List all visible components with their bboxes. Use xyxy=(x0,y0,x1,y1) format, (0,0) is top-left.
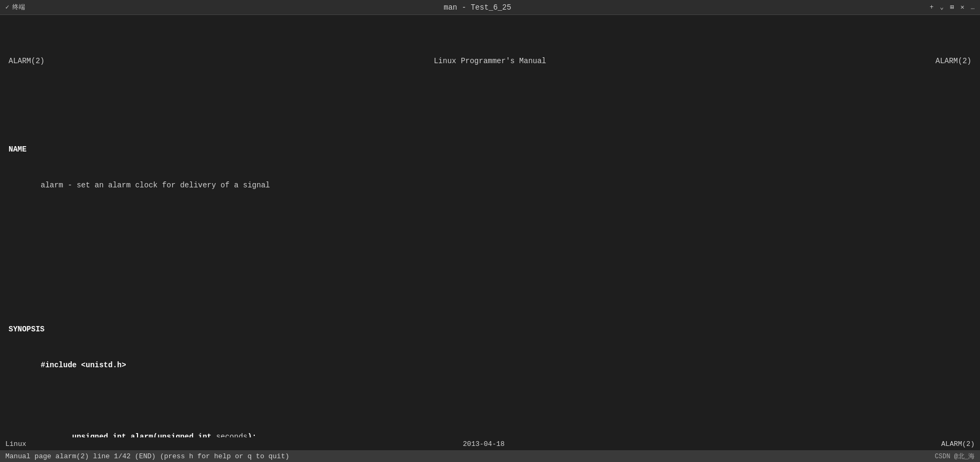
footer-right: ALARM(2) xyxy=(941,440,975,448)
synopsis-section: SYNOPSIS #include <unistd.h> unsigned in… xyxy=(9,299,971,437)
name-section: NAME alarm - set an alarm clock for deli… xyxy=(9,119,971,215)
chevron-down-icon[interactable]: ⌄ xyxy=(940,3,944,11)
man-page-header: ALARM(2) Linux Programmer's Manual ALARM… xyxy=(9,55,971,67)
watermark-text: CSDN @北_海 xyxy=(935,452,975,461)
name-content: alarm - set an alarm clock for delivery … xyxy=(9,179,971,191)
status-bar: Manual page alarm(2) line 1/42 (END) (pr… xyxy=(0,450,980,462)
footer-center: 2013-04-18 xyxy=(463,440,505,448)
synopsis-proto: unsigned int alarm(unsigned int seconds)… xyxy=(9,431,971,437)
man-page-content: ALARM(2) Linux Programmer's Manual ALARM… xyxy=(0,15,980,437)
new-tab-button[interactable]: + xyxy=(930,4,933,11)
terminal-icon: ✓ xyxy=(5,3,9,11)
header-right: ALARM(2) xyxy=(936,55,971,67)
titlebar-title: man - Test_6_25 xyxy=(444,3,511,12)
synopsis-include: #include <unistd.h> xyxy=(9,359,971,371)
more-button[interactable]: … xyxy=(971,4,975,11)
footer-bar: Linux 2013-04-18 ALARM(2) xyxy=(0,437,980,450)
titlebar-left: ✓ 终端 xyxy=(5,3,25,12)
status-text: Manual page alarm(2) line 1/42 (END) (pr… xyxy=(5,452,290,460)
name-title: NAME xyxy=(9,143,971,155)
titlebar-right: + ⌄ ⊞ ✕ … xyxy=(930,3,975,11)
split-button[interactable]: ⊞ xyxy=(950,3,954,11)
synopsis-title: SYNOPSIS xyxy=(9,323,971,335)
titlebar-app-label: 终端 xyxy=(12,3,25,12)
titlebar: ✓ 终端 man - Test_6_25 + ⌄ ⊞ ✕ … xyxy=(0,0,980,15)
footer-left: Linux xyxy=(5,440,26,448)
header-left: ALARM(2) xyxy=(9,55,44,67)
close-button[interactable]: ✕ xyxy=(961,3,964,11)
header-center: Linux Programmer's Manual xyxy=(434,55,546,67)
